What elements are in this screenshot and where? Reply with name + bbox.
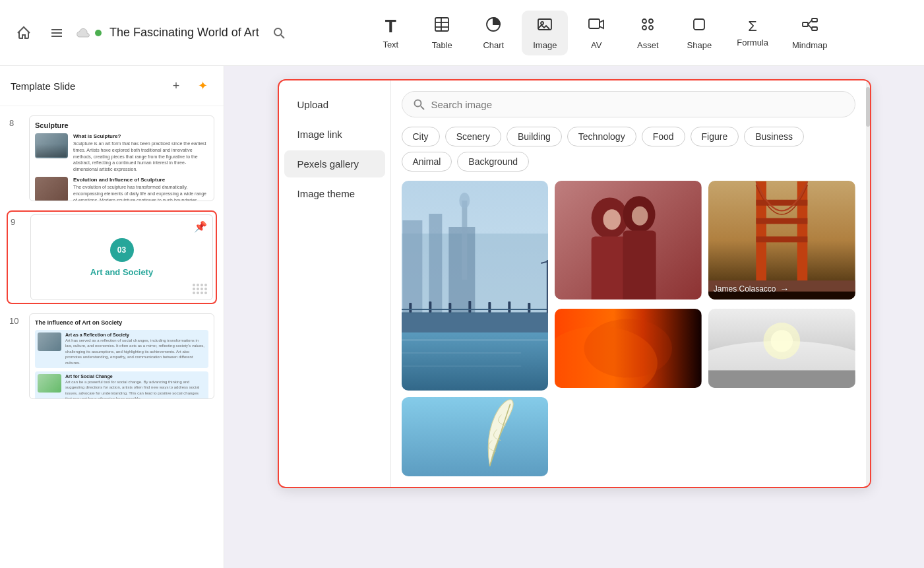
svg-rect-30: [402, 220, 422, 313]
slide8-section2-text: The evolution of sculpture has transform…: [73, 184, 208, 201]
topbar-left: The Fascinating World of Art: [11, 20, 291, 46]
image-cell-abstract[interactable]: [555, 309, 702, 388]
tool-chart[interactable]: Chart: [470, 11, 516, 55]
slides-panel-title: Template Slide: [11, 80, 75, 92]
svg-rect-12: [538, 19, 551, 30]
tag-technology[interactable]: Technology: [567, 127, 636, 146]
slide-thumb-10: The Influence of Art on Society Art as a…: [29, 313, 214, 399]
av-icon: [588, 16, 605, 38]
slide-thumb-8: Sculpture What is Sculpture? Sculpture i…: [29, 115, 214, 201]
image-cell-foggy-sea[interactable]: [708, 309, 855, 388]
tool-shape[interactable]: Shape: [676, 11, 722, 55]
tag-city[interactable]: City: [402, 127, 440, 146]
svg-line-27: [421, 106, 424, 110]
panel-content-area: City Scenery Building Technology Food Fi…: [391, 80, 866, 487]
add-slide-button[interactable]: +: [166, 75, 187, 96]
slide-number-8: 8: [9, 115, 22, 128]
tag-background[interactable]: Background: [457, 152, 529, 172]
tag-food[interactable]: Food: [642, 127, 685, 146]
svg-rect-46: [402, 339, 549, 341]
slide9-badge: 03: [110, 238, 134, 262]
slide10-image2: [38, 374, 61, 393]
slide8-image-top: [35, 133, 68, 158]
svg-rect-63: [756, 218, 807, 224]
main-area: Template Slide + ✦ 8 Sculpture: [0, 66, 924, 568]
nav-image-link[interactable]: Image link: [284, 121, 385, 148]
menu-button[interactable]: [45, 21, 69, 45]
tag-animal[interactable]: Animal: [402, 152, 452, 172]
svg-point-69: [584, 319, 673, 377]
slide10-image1: [38, 332, 61, 351]
tool-av[interactable]: AV: [573, 11, 619, 55]
tool-asset[interactable]: Asset: [625, 11, 671, 55]
svg-point-3: [274, 28, 282, 36]
image-cell-city-bridge[interactable]: [402, 181, 549, 391]
svg-rect-5: [435, 18, 448, 31]
tag-building[interactable]: Building: [507, 127, 562, 146]
text-icon: T: [385, 16, 396, 37]
topbar: The Fascinating World of Art T Text Tabl…: [0, 0, 924, 66]
toolbar: T Text Table Chart: [291, 11, 913, 55]
nav-upload[interactable]: Upload: [284, 91, 385, 118]
image-icon: [536, 16, 553, 38]
image-cell-two-women[interactable]: [555, 181, 702, 300]
svg-rect-72: [708, 370, 855, 388]
tool-image[interactable]: Image: [522, 11, 568, 55]
slide-number-9: 9: [11, 214, 24, 227]
chart-icon: [485, 16, 502, 38]
slide-item-8[interactable]: 8 Sculpture What is Sculpture? Sculpture…: [7, 113, 217, 204]
slide9-title: Art and Society: [90, 267, 153, 277]
two-women-illustration: [555, 181, 702, 300]
svg-rect-14: [589, 19, 600, 28]
svg-rect-41: [508, 301, 510, 313]
tool-formula[interactable]: Σ Formula: [727, 13, 778, 53]
svg-rect-21: [803, 22, 808, 26]
tag-figure[interactable]: Figure: [691, 127, 739, 146]
tool-table[interactable]: Table: [419, 11, 465, 55]
slide10-s1-text: Art has served as a reflection of social…: [65, 338, 206, 365]
image-grid: James Colasacco →: [402, 181, 855, 476]
image-cell-feather[interactable]: [402, 397, 549, 476]
svg-rect-39: [468, 301, 471, 313]
svg-line-4: [281, 35, 284, 38]
svg-rect-36: [409, 303, 412, 313]
document-title[interactable]: The Fascinating World of Art: [109, 26, 259, 40]
image-cell-golden-gate[interactable]: James Colasacco →: [708, 181, 855, 300]
home-button[interactable]: [11, 20, 37, 46]
image-attribution-golden-gate: James Colasacco →: [714, 284, 789, 294]
slide10-s2-text: Art can be a powerful tool for social ch…: [65, 379, 206, 399]
pin-icon: 📌: [194, 220, 207, 233]
svg-rect-48: [402, 365, 521, 367]
slides-header-actions: + ✦: [166, 75, 213, 96]
nav-pexels-gallery[interactable]: Pexels gallery: [284, 150, 385, 177]
doc-search-button[interactable]: [267, 21, 291, 45]
svg-point-57: [603, 209, 621, 230]
slides-list: 8 Sculpture What is Sculpture? Sculpture…: [0, 106, 224, 568]
svg-point-16: [642, 19, 646, 23]
slide-thumb-9: 03 Art and Society 📌: [30, 214, 213, 300]
tag-scenery[interactable]: Scenery: [445, 127, 501, 146]
svg-point-13: [541, 22, 543, 24]
panel-scrollbar[interactable]: [866, 80, 870, 487]
nav-image-theme[interactable]: Image theme: [284, 180, 385, 207]
svg-point-26: [414, 100, 421, 107]
slide-item-9[interactable]: 9 03 Art and Society 📌: [7, 210, 217, 304]
tool-text[interactable]: T Text: [367, 11, 414, 55]
favorite-button[interactable]: ✦: [192, 75, 213, 96]
sync-status-dot: [95, 30, 102, 36]
svg-rect-45: [402, 332, 549, 391]
svg-rect-40: [488, 302, 491, 313]
svg-line-25: [808, 24, 812, 29]
slide10-title: The Influence of Art on Society: [35, 319, 208, 326]
tag-business[interactable]: Business: [744, 127, 804, 146]
svg-rect-20: [694, 19, 704, 30]
search-input[interactable]: [431, 99, 844, 110]
formula-icon: Σ: [748, 18, 757, 35]
svg-rect-64: [756, 236, 807, 242]
slide-item-10[interactable]: 10 The Influence of Art on Society Art a…: [7, 311, 217, 402]
foggy-sea-illustration: [708, 309, 855, 388]
tool-mindmap[interactable]: Mindmap: [783, 11, 836, 55]
svg-rect-22: [812, 18, 817, 22]
scrollbar-thumb[interactable]: [866, 87, 870, 127]
search-icon: [413, 98, 425, 110]
